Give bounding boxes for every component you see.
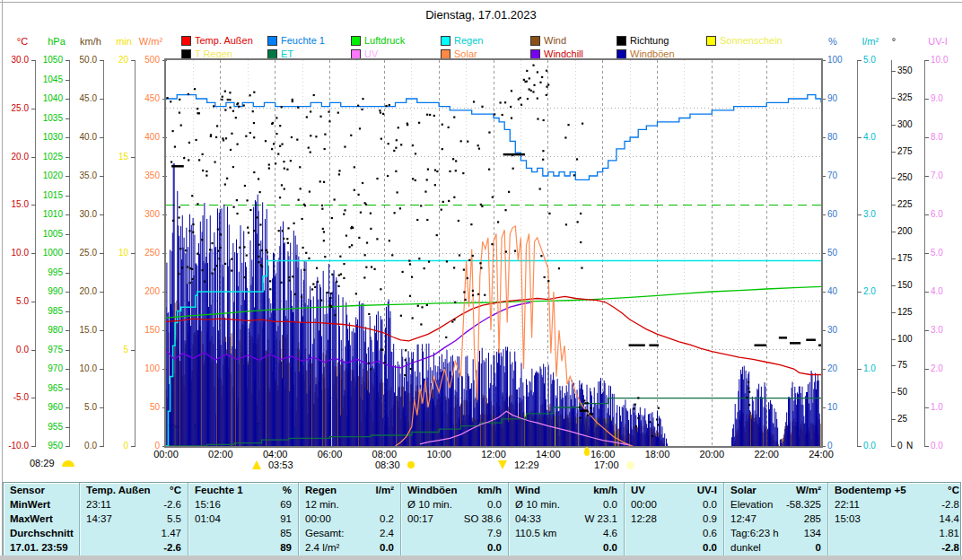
- table-cell-time: Elevation: [724, 497, 773, 512]
- table-column-temp-au-en: Temp. Außen°C23:11-2.614:375.51.47-2.6: [79, 483, 188, 556]
- table-column-header: Bodentemp +5°C: [828, 483, 962, 497]
- legend-swatch-icon: [351, 49, 361, 59]
- table-cell-value: 2.4: [380, 526, 400, 540]
- axis-tick-label-hpa: 1005: [26, 229, 63, 240]
- axis-tick-label-hpa: 1045: [26, 74, 63, 85]
- axis-tick-label-deg: 350: [897, 66, 937, 76]
- table-cell-value: 5.5: [167, 512, 188, 526]
- axis-tick-label-kmh: 30.0: [60, 209, 97, 220]
- legend-item-label: Temp. Außen: [195, 35, 253, 46]
- table-column-name: Wind: [509, 483, 540, 497]
- axis-tick-deg: [891, 71, 896, 72]
- axis-tick-label-temp: 5.0: [0, 296, 29, 307]
- weather-plot: [166, 60, 821, 446]
- axis-tick-label-deg: 25: [897, 414, 937, 424]
- axis-tick-label-kmh: 5.0: [60, 402, 97, 413]
- table-cell-value: 4.6: [603, 526, 624, 540]
- legend-swatch-icon: [441, 36, 450, 46]
- axis-tick-label-deg: 300: [897, 119, 937, 130]
- table-cell-value: 0.6: [703, 526, 723, 540]
- axis-tick-kmh: [100, 407, 104, 408]
- axis-tick-label-min: 15: [92, 152, 128, 162]
- sun-marker-label: 12:29: [514, 459, 539, 470]
- table-column-solar: SolarW/m²Elevation-58.32512:47285Tag:6:2…: [723, 483, 827, 556]
- table-cell-value: 0.9: [703, 512, 723, 526]
- table-cell-value: [394, 497, 400, 512]
- axis-tick-min: [131, 350, 136, 351]
- table-cell-time: [401, 540, 407, 555]
- table-cell-row: Elevation-58.325: [724, 497, 827, 512]
- table-cell-row: 15:1669: [188, 497, 298, 512]
- table-cell-row: 0.0: [401, 540, 508, 555]
- table-cell-value: 0.0: [380, 540, 400, 555]
- axis-tick-label-temp: -5.0: [0, 392, 29, 403]
- table-cell-value: 0.0: [487, 540, 508, 555]
- axis-tick-deg: [891, 312, 896, 313]
- axis-tick-label-kmh: 35.0: [60, 171, 97, 181]
- sun-marker: 08:29: [30, 458, 74, 468]
- table-row-label: Sensor: [4, 483, 79, 497]
- legend-item-luftdruck: Luftdruck: [351, 35, 405, 46]
- legend-item-feuchte-1: Feuchte 1: [267, 35, 325, 46]
- legend-item-label: Regen: [454, 35, 483, 46]
- table-cell-value: 89: [280, 540, 298, 555]
- table-cell-value: 285: [804, 512, 827, 526]
- table-cell-row: 14:375.5: [80, 512, 188, 526]
- table-cell-value: 0.0: [603, 540, 624, 555]
- x-axis-tick-label: 22:00: [747, 449, 786, 459]
- table-cell-time: Ø 10 min.: [509, 497, 560, 512]
- axis-tick-label-temp: 0.0: [0, 345, 29, 355]
- table-cell-value: 91: [280, 512, 298, 526]
- sun-marker-label: 08:30: [375, 459, 400, 470]
- x-axis-tick-label: 08:00: [364, 449, 404, 459]
- axis-tick-label-hpa: 985: [26, 306, 63, 317]
- axis-tick-uv: [924, 446, 929, 447]
- x-axis-tick-label: 10:00: [419, 449, 459, 459]
- table-cell-row: Ø 10 min.0.0: [401, 497, 508, 512]
- axis-tick-label-wm2: 400: [123, 132, 160, 143]
- table-row-label-text: MaxWert: [4, 512, 53, 526]
- axis-tick-label-hpa: 980: [26, 325, 63, 336]
- axis-tick-label-hpa: 970: [26, 363, 63, 374]
- axis-tick-lm2: [857, 214, 861, 215]
- table-column-sensor: SensorMinWertMaxWertDurchschnitt17.01. 2…: [4, 483, 79, 556]
- axis-unit-pct: %: [813, 36, 853, 47]
- window-frame-top: [0, 2, 962, 3]
- axis-tick-label-temp: 25.0: [0, 103, 29, 114]
- axis-tick-uv: [924, 214, 929, 215]
- drop-icon: [584, 447, 590, 456]
- table-column-name: Solar: [724, 483, 756, 497]
- table-cell-row: 1.47: [80, 526, 188, 540]
- axis-tick-label-hpa: 1025: [26, 152, 63, 162]
- table-cell-time: 12 min.: [299, 497, 339, 512]
- legend-swatch-icon: [530, 36, 540, 46]
- table-row-label: Durchschnitt: [4, 526, 79, 540]
- table-cell-time: 04:33: [509, 512, 541, 526]
- axis-tick-label-temp: -10.0: [0, 441, 29, 451]
- axis-tick-min: [131, 157, 136, 158]
- table-column-bodentemp-5: Bodentemp +5°C22:11-2.815:0314.41.81-2.8: [827, 483, 962, 556]
- table-cell-time: [509, 540, 515, 555]
- table-cell-value: -2.8: [941, 497, 962, 512]
- table-cell-row: 7.9: [401, 526, 508, 540]
- table-cell-value: 0.0: [487, 497, 508, 512]
- axis-tick-label-hpa: 965: [26, 383, 63, 394]
- axis-tick-label-wm2: 300: [123, 209, 160, 220]
- table-cell-value: 7.9: [487, 526, 508, 540]
- axis-tick-deg: [891, 392, 896, 393]
- legend-swatch-icon: [617, 36, 626, 46]
- axis-tick-uv: [924, 99, 929, 100]
- table-cell-value: -58.325: [786, 497, 827, 512]
- legend-item-regen: Regen: [441, 35, 483, 46]
- table-cell-row: 23:11-2.6: [80, 497, 188, 512]
- axis-tick-label-hpa: 990: [26, 286, 63, 297]
- legend-swatch-icon: [181, 49, 191, 59]
- table-cell-value: 0.0: [703, 540, 723, 555]
- axis-tick-label-uv: 1.0: [931, 402, 962, 413]
- axis-tick-label-hpa: 1035: [26, 113, 63, 124]
- axis-tick-temp: [31, 205, 36, 206]
- table-row-label: 17.01. 23:59: [4, 540, 79, 555]
- axis-tick-label-kmh: 15.0: [60, 325, 97, 336]
- table-cell-time: [188, 540, 195, 555]
- table-cell-time: 00:17: [401, 512, 433, 526]
